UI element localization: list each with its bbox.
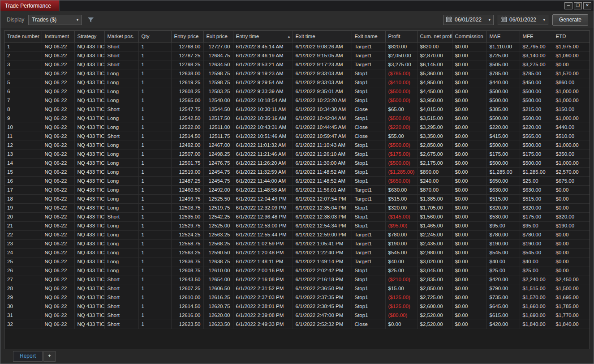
column-header-profit[interactable]: Profit (385, 31, 417, 42)
column-header-mae[interactable]: MAE (486, 31, 520, 42)
table-row[interactable]: 1NQ 06-22NQ 433 TICShort112768.0012727.0… (4, 42, 590, 51)
table-row[interactable]: 17NQ 06-22NQ 433 TICLong112460.5012492.0… (4, 185, 590, 194)
table-row[interactable]: 3NQ 06-22NQ 433 TICShort112798.2512634.5… (4, 60, 590, 69)
column-header-mfe[interactable]: MFE (520, 31, 553, 42)
cell-entry-time: 6/1/2022 2:37:03 PM (233, 293, 293, 302)
cell-instrument: NQ 06-22 (42, 185, 74, 194)
cell-etd: $1,770.00 (553, 311, 590, 320)
cell-commission: $0.00 (452, 293, 486, 302)
table-row[interactable]: 14NQ 06-22NQ 433 TICLong112501.7512476.7… (4, 158, 590, 167)
table-row[interactable]: 19NQ 06-22NQ 433 TICLong112503.7512519.7… (4, 203, 590, 212)
close-button[interactable]: ✕ (583, 2, 591, 9)
column-header-strategy[interactable]: Strategy (74, 31, 104, 42)
cell-exit-price: 12525.50 (203, 194, 233, 203)
column-header-etd[interactable]: ETD (553, 31, 590, 42)
restore-button[interactable]: ❐ (574, 2, 582, 9)
cell-exit-price: 12454.75 (203, 176, 233, 185)
table-row[interactable]: 6NQ 06-22NQ 433 TICLong112608.2512583.25… (4, 87, 590, 96)
cell-strategy: NQ 433 TIC (74, 60, 104, 69)
table-row[interactable]: 29NQ 06-22NQ 433 TICShort112610.0012616.… (4, 293, 590, 302)
cell-exit-price: 12638.75 (203, 257, 233, 266)
end-date-picker[interactable]: 06/01/2022 ▾ (498, 15, 548, 25)
table-row[interactable]: 11NQ 06-22NQ 433 TICShort112514.5012511.… (4, 132, 590, 141)
table-row[interactable]: 21NQ 06-22NQ 433 TICLong112529.7512525.0… (4, 221, 590, 230)
table-row[interactable]: 30NQ 06-22NQ 433 TICShort112614.5012620.… (4, 302, 590, 311)
cell-mfe: $2,240.00 (520, 275, 553, 284)
table-row[interactable]: 10NQ 06-22NQ 433 TICLong112522.0012511.0… (4, 123, 590, 132)
cell-mfe: $785.00 (520, 69, 553, 78)
table-row[interactable]: 23NQ 06-22NQ 433 TICLong112558.7512568.2… (4, 239, 590, 248)
table-row[interactable]: 32NQ 06-22NQ 433 TICShort112623.5012623.… (4, 320, 590, 329)
cell-qty: 1 (138, 78, 171, 87)
table-row[interactable]: 28NQ 06-22NQ 433 TICShort112607.2512606.… (4, 284, 590, 293)
column-header-market-pos[interactable]: Market pos. (104, 31, 138, 42)
cell-entry-time: 6/1/2022 1:02:59 PM (233, 239, 293, 248)
table-row[interactable]: 25NQ 06-22NQ 433 TICLong112636.7512638.7… (4, 257, 590, 266)
table-row[interactable]: 15NQ 06-22NQ 433 TICLong112519.0012454.7… (4, 167, 590, 176)
cell-etd: $1,000.00 (553, 158, 590, 167)
cell-exit-time: 6/1/2022 9:15:05 AM (293, 51, 352, 60)
cell-exit-name: Stop1 (352, 78, 385, 87)
column-header-exit-price[interactable]: Exit price (203, 31, 233, 42)
cell-mae: $645.00 (486, 302, 520, 311)
table-row[interactable]: 8NQ 06-22NQ 433 TICShort112547.7512544.5… (4, 105, 590, 114)
table-row[interactable]: 5NQ 06-22NQ 433 TICLong112619.2512598.75… (4, 78, 590, 87)
table-row[interactable]: 7NQ 06-22NQ 433 TICLong112565.0012540.00… (4, 96, 590, 105)
start-date-picker[interactable]: 06/01/2022 ▾ (443, 15, 494, 25)
column-header-instrument[interactable]: Instrument (42, 31, 74, 42)
column-header-entry-time[interactable]: Entry time▲ (233, 31, 293, 42)
generate-button[interactable]: Generate (552, 14, 588, 26)
cell-mfe: $95.00 (520, 221, 553, 230)
table-row[interactable]: 18NQ 06-22NQ 433 TICLong112499.7512525.5… (4, 194, 590, 203)
column-header-qty[interactable]: Qty (138, 31, 171, 42)
table-row[interactable]: 2NQ 06-22NQ 433 TICShort112787.2512684.7… (4, 51, 590, 60)
column-header-cum-net-profit[interactable]: Cum. net profit (417, 31, 452, 42)
table-row[interactable]: 12NQ 06-22NQ 433 TICLong112492.0012467.0… (4, 141, 590, 150)
table-row[interactable]: 31NQ 06-22NQ 433 TICShort112616.0012620.… (4, 311, 590, 320)
cell-commission: $0.00 (452, 221, 486, 230)
column-header-exit-name[interactable]: Exit name (352, 31, 385, 42)
cell-strategy: NQ 433 TIC (74, 96, 104, 105)
cell-strategy: NQ 433 TIC (74, 311, 104, 320)
column-header-entry-price[interactable]: Entry price (171, 31, 203, 42)
cell-exit-price: 12540.00 (203, 96, 233, 105)
table-row[interactable]: 9NQ 06-22NQ 433 TICLong112542.5012517.50… (4, 114, 590, 123)
cell-etd: $1,000.00 (553, 141, 590, 150)
table-row[interactable]: 20NQ 06-22NQ 433 TICShort112535.0012542.… (4, 212, 590, 221)
table-row[interactable]: 4NQ 06-22NQ 433 TICLong112638.0012598.75… (4, 69, 590, 78)
filter-icon[interactable] (87, 17, 94, 23)
table-row[interactable]: 24NQ 06-22NQ 433 TICLong112563.2512590.5… (4, 248, 590, 257)
chevron-down-icon: ▾ (77, 17, 79, 22)
display-select-value: Trades ($) (32, 17, 56, 23)
cell-exit-time: 6/1/2022 1:05:41 PM (293, 239, 352, 248)
cell-entry-time: 6/1/2022 11:32:59 AM (233, 167, 293, 176)
table-row[interactable]: 26NQ 06-22NQ 433 TICLong112608.7512610.0… (4, 266, 590, 275)
cell-cum-net-profit: $2,175.00 (417, 158, 452, 167)
cell-cum-net-profit: $1,705.00 (417, 203, 452, 212)
minimize-button[interactable]: ─ (564, 2, 572, 9)
cell-mae: $505.00 (486, 60, 520, 69)
table-row[interactable]: 27NQ 06-22NQ 433 TICShort112643.5012654.… (4, 275, 590, 284)
display-select[interactable]: Trades ($) ▾ (28, 15, 82, 25)
cell-etd: $1,695.00 (553, 293, 590, 302)
cell-entry-price: 12522.00 (171, 123, 203, 132)
cell-mfe: $500.00 (520, 114, 553, 123)
table-row[interactable]: 13NQ 06-22NQ 433 TICLong112507.0012498.2… (4, 150, 590, 158)
cell-trade-number: 5 (4, 78, 42, 87)
column-header-commission[interactable]: Commission (452, 31, 486, 42)
table-row[interactable]: 22NQ 06-22NQ 433 TICLong112524.2512563.2… (4, 230, 590, 239)
cell-mae: $785.00 (486, 69, 520, 78)
start-date-value: 06/01/2022 (455, 17, 482, 23)
column-header-trade-number[interactable]: Trade number (4, 31, 42, 42)
cell-entry-time: 6/1/2022 8:53:21 AM (233, 60, 293, 69)
add-tab-button[interactable]: + (43, 351, 56, 362)
cell-exit-name: Close (352, 132, 385, 141)
column-header-exit-time[interactable]: Exit time (293, 31, 352, 42)
cell-commission: $0.00 (452, 257, 486, 266)
table-row[interactable]: 16NQ 06-22NQ 433 TICLong112487.2512454.7… (4, 176, 590, 185)
cell-mae: $415.00 (486, 132, 520, 141)
tab-report[interactable]: Report (13, 351, 43, 362)
column-header-label: MFE (523, 34, 534, 39)
window-title-tab[interactable]: Trade Performance (0, 0, 60, 11)
cell-mae: $1,110.00 (486, 42, 520, 51)
